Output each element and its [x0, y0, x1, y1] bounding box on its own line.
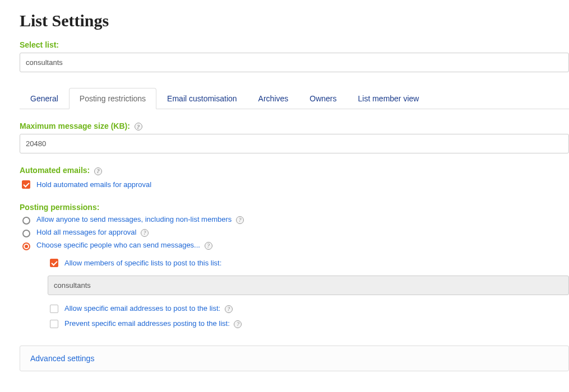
tab-posting-restrictions[interactable]: Posting restrictions	[69, 88, 156, 109]
max-size-input[interactable]	[20, 134, 569, 153]
radio-allow-anyone-label[interactable]: Allow anyone to send messages, including…	[36, 215, 244, 224]
posting-permissions-label: Posting permissions:	[20, 203, 569, 212]
tabs-bar: General Posting restrictions Email custo…	[20, 88, 569, 109]
help-icon[interactable]: ?	[94, 167, 102, 175]
help-icon[interactable]: ?	[234, 320, 242, 328]
radio-hold-all-label[interactable]: Hold all messages for approval ?	[36, 228, 149, 237]
help-icon[interactable]: ?	[236, 216, 244, 224]
allow-emails-checkbox[interactable]	[50, 305, 58, 313]
tab-archives[interactable]: Archives	[248, 88, 299, 109]
select-list-input[interactable]	[20, 53, 569, 72]
max-size-label: Maximum message size (KB): ?	[20, 122, 569, 130]
help-icon[interactable]: ?	[135, 123, 142, 130]
allow-emails-label[interactable]: Allow specific email addresses to post t…	[64, 304, 233, 313]
tab-owners[interactable]: Owners	[299, 88, 347, 109]
radio-allow-anyone[interactable]	[22, 217, 30, 225]
radio-hold-all[interactable]	[22, 230, 30, 237]
hold-automated-label[interactable]: Hold automated emails for approval	[36, 180, 151, 189]
radio-specific[interactable]	[22, 242, 30, 250]
select-list-label: Select list:	[20, 40, 569, 49]
prevent-emails-label[interactable]: Prevent specific email addresses posting…	[64, 319, 242, 328]
automated-label: Automated emails: ?	[20, 166, 569, 175]
help-icon[interactable]: ?	[141, 229, 149, 237]
help-icon[interactable]: ?	[225, 305, 233, 313]
allow-lists-label[interactable]: Allow members of specific lists to post …	[64, 259, 221, 267]
hold-automated-checkbox[interactable]	[22, 180, 30, 189]
allow-lists-input[interactable]	[48, 276, 569, 295]
allow-lists-checkbox[interactable]	[50, 259, 58, 267]
help-icon[interactable]: ?	[205, 242, 212, 250]
tab-general[interactable]: General	[20, 88, 69, 109]
page-title: List Settings	[20, 11, 569, 30]
prevent-emails-checkbox[interactable]	[50, 320, 58, 328]
advanced-settings-toggle[interactable]: Advanced settings	[20, 346, 569, 371]
radio-specific-label[interactable]: Choose specific people who can send mess…	[36, 241, 212, 250]
tab-email-customisation[interactable]: Email customisation	[156, 88, 248, 109]
tab-list-member-view[interactable]: List member view	[348, 88, 430, 109]
